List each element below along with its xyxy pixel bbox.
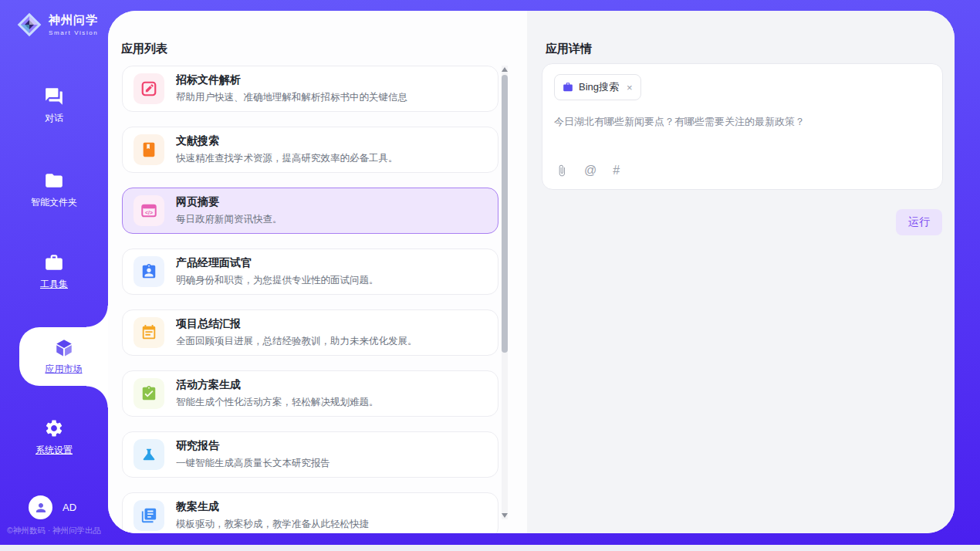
event-note-icon bbox=[140, 324, 157, 341]
diamond-logo-icon bbox=[16, 12, 42, 38]
sidebar-item-label: 应用市场 bbox=[46, 363, 83, 376]
scroll-down-icon[interactable] bbox=[502, 513, 508, 518]
app-card-title: 研究报告 bbox=[176, 439, 330, 453]
app-card-title: 产品经理面试官 bbox=[176, 256, 379, 270]
app-card-desc: 全面回顾项目进展，总结经验教训，助力未来优化发展。 bbox=[176, 335, 417, 348]
tool-tag-label: Bing搜索 bbox=[579, 80, 619, 94]
sidebar-item-label: 工具集 bbox=[40, 278, 68, 291]
app-card[interactable]: 活动方案生成智能生成个性化活动方案，轻松解决规划难题。 bbox=[122, 370, 498, 417]
app-list: 招标文件解析帮助用户快速、准确地理解和解析招标书中的关键信息文献搜索快速精准查找… bbox=[122, 66, 498, 533]
content-area: 应用列表 招标文件解析帮助用户快速、准确地理解和解析招标书中的关键信息文献搜索快… bbox=[108, 11, 955, 533]
sidebar-item[interactable]: 智能文件夹 bbox=[0, 171, 108, 209]
folder-icon bbox=[44, 171, 64, 191]
paperclip-icon[interactable] bbox=[556, 164, 568, 177]
app-icon bbox=[133, 500, 164, 531]
app-card-desc: 模板驱动，教案秒成，教学准备从此轻松快捷 bbox=[176, 518, 369, 531]
browser-code-icon: </> bbox=[140, 202, 157, 219]
books-icon bbox=[140, 507, 157, 524]
hash-icon[interactable]: # bbox=[613, 164, 620, 177]
sidebar-item[interactable]: 对话 bbox=[0, 86, 108, 125]
tag-close-icon[interactable]: × bbox=[627, 82, 633, 93]
app-list-panel: 应用列表 招标文件解析帮助用户快速、准确地理解和解析招标书中的关键信息文献搜索快… bbox=[108, 11, 527, 533]
sidebar-item-selected[interactable]: 应用市场 bbox=[19, 327, 108, 386]
prompt-text[interactable]: 今日湖北有哪些新闻要点？有哪些需要关注的最新政策？ bbox=[554, 115, 931, 129]
sidebar-footer: ©神州数码 · 神州问学出品 bbox=[7, 526, 101, 536]
app-icon bbox=[133, 439, 164, 470]
brand-logo: 神州问学 Smart Vision bbox=[16, 12, 98, 38]
app-card[interactable]: 研究报告一键智能生成高质量长文本研究报告 bbox=[122, 431, 498, 478]
clipboard-check-icon bbox=[140, 385, 157, 402]
app-card-text: 网页摘要每日政府新闻资讯快查。 bbox=[176, 195, 282, 226]
toolbox-icon bbox=[44, 252, 64, 272]
app-icon bbox=[133, 317, 164, 348]
app-card[interactable]: 招标文件解析帮助用户快速、准确地理解和解析招标书中的关键信息 bbox=[122, 66, 498, 112]
at-icon[interactable]: @ bbox=[584, 164, 596, 177]
user-chip[interactable]: AD bbox=[29, 495, 76, 519]
chat-icon bbox=[44, 86, 64, 106]
app-icon bbox=[133, 73, 164, 104]
sidebar-item[interactable]: 系统设置 bbox=[0, 418, 108, 457]
app-card-title: 教案生成 bbox=[176, 500, 369, 514]
app-card-text: 活动方案生成智能生成个性化活动方案，轻松解决规划难题。 bbox=[176, 378, 379, 409]
tool-tag-bing[interactable]: Bing搜索 × bbox=[554, 74, 641, 100]
app-card-text: 文献搜索快速精准查找学术资源，提高研究效率的必备工具。 bbox=[176, 134, 398, 165]
app-detail-title: 应用详情 bbox=[546, 42, 592, 56]
app-card-title: 活动方案生成 bbox=[176, 378, 379, 392]
app-card-text: 研究报告一键智能生成高质量长文本研究报告 bbox=[176, 439, 330, 470]
flask-icon bbox=[140, 446, 157, 463]
briefcase-icon bbox=[563, 82, 573, 93]
app-icon bbox=[133, 378, 164, 409]
sidebar-item-label: 系统设置 bbox=[35, 444, 73, 457]
app-card[interactable]: 项目总结汇报全面回顾项目进展，总结经验教训，助力未来优化发展。 bbox=[122, 309, 498, 356]
app-card-text: 教案生成模板驱动，教案秒成，教学准备从此轻松快捷 bbox=[176, 500, 369, 531]
interviewer-icon bbox=[140, 263, 157, 280]
book-icon bbox=[140, 141, 157, 158]
app-detail-panel: 应用详情 Bing搜索 × 今日湖北有哪些新闻要点？有哪些需要关注的最新政策？ … bbox=[527, 11, 955, 533]
app-card-text: 招标文件解析帮助用户快速、准确地理解和解析招标书中的关键信息 bbox=[176, 73, 407, 104]
person-icon bbox=[34, 501, 48, 515]
app-card-desc: 一键智能生成高质量长文本研究报告 bbox=[176, 457, 330, 470]
user-name: AD bbox=[63, 502, 76, 513]
scrollbar bbox=[502, 66, 508, 519]
run-button[interactable]: 运行 bbox=[896, 209, 942, 235]
app-card-title: 招标文件解析 bbox=[176, 73, 407, 87]
app-card-desc: 明确身份和职责，为您提供专业性的面试问题。 bbox=[176, 274, 379, 287]
app-card-desc: 每日政府新闻资讯快查。 bbox=[176, 213, 282, 226]
app-card[interactable]: 产品经理面试官明确身份和职责，为您提供专业性的面试问题。 bbox=[122, 248, 498, 295]
app-card[interactable]: 文献搜索快速精准查找学术资源，提高研究效率的必备工具。 bbox=[122, 127, 498, 173]
sidebar-item[interactable]: 工具集 bbox=[0, 252, 108, 291]
app-icon: </> bbox=[133, 195, 164, 226]
scrollbar-thumb[interactable] bbox=[502, 75, 508, 353]
sidebar-item-label: 对话 bbox=[45, 112, 63, 125]
app-icon bbox=[133, 134, 164, 165]
app-card-title: 项目总结汇报 bbox=[176, 317, 417, 331]
edit-square-icon bbox=[140, 80, 157, 97]
sidebar-item-label: 智能文件夹 bbox=[31, 196, 77, 209]
app-icon bbox=[133, 256, 164, 287]
avatar bbox=[29, 495, 52, 519]
app-card-desc: 智能生成个性化活动方案，轻松解决规划难题。 bbox=[176, 396, 379, 409]
attach-toolbar: @ # bbox=[556, 164, 620, 177]
app-card[interactable]: </>网页摘要每日政府新闻资讯快查。 bbox=[122, 188, 498, 234]
prompt-card: Bing搜索 × 今日湖北有哪些新闻要点？有哪些需要关注的最新政策？ @ # bbox=[542, 63, 943, 190]
brand-subtitle: Smart Vision bbox=[49, 29, 98, 36]
brand-name: 神州问学 bbox=[49, 13, 98, 28]
app-card-desc: 帮助用户快速、准确地理解和解析招标书中的关键信息 bbox=[176, 91, 407, 104]
sidebar: 神州问学 Smart Vision 对话智能文件夹工具集应用市场系统设置 AD … bbox=[0, 0, 108, 545]
app-card-desc: 快速精准查找学术资源，提高研究效率的必备工具。 bbox=[176, 152, 398, 165]
app-card-text: 项目总结汇报全面回顾项目进展，总结经验教训，助力未来优化发展。 bbox=[176, 317, 417, 348]
app-card-title: 文献搜索 bbox=[176, 134, 398, 148]
gear-icon bbox=[44, 418, 64, 438]
app-window: 神州问学 Smart Vision 对话智能文件夹工具集应用市场系统设置 AD … bbox=[0, 0, 980, 545]
svg-text:</>: </> bbox=[145, 210, 153, 215]
scroll-up-icon[interactable] bbox=[502, 67, 508, 72]
app-card-title: 网页摘要 bbox=[176, 195, 282, 209]
app-list-title: 应用列表 bbox=[121, 42, 167, 56]
cube-icon bbox=[54, 338, 74, 358]
app-card-text: 产品经理面试官明确身份和职责，为您提供专业性的面试问题。 bbox=[176, 256, 379, 287]
app-card[interactable]: 教案生成模板驱动，教案秒成，教学准备从此轻松快捷 bbox=[122, 492, 498, 533]
